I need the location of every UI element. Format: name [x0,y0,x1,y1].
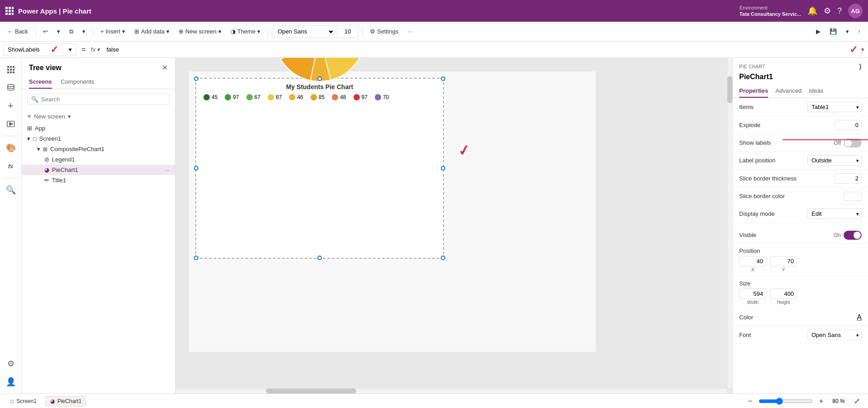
paste-dropdown[interactable]: ▾ [79,26,89,37]
settings-icon-btn[interactable]: ⚙ [3,356,19,372]
position-x-input[interactable] [739,256,766,266]
screen-tab-label: Screen1 [16,398,37,404]
tree-item-app[interactable]: ⊞ App [22,123,175,133]
back-button[interactable]: ← Back [4,26,32,37]
tab-components[interactable]: Components [61,76,94,89]
formula-expand-icon[interactable]: ▾ [861,46,864,53]
position-y-input[interactable] [770,256,797,266]
more-options-button[interactable]: ··· [404,26,416,37]
media-icon-btn[interactable] [3,116,19,132]
display-mode-select[interactable]: Edit [807,209,862,219]
tree-item-title1-label: Title1 [52,177,66,184]
toolbar-sep-2 [93,26,93,37]
legend-dot-8 [375,94,381,100]
publish-button[interactable]: ↑ [854,26,865,37]
statusbar-tab-piechart1[interactable]: ◕ PieChart1 [45,396,86,407]
undo-button[interactable]: ↩ [39,26,52,37]
tree-item-title1[interactable]: ✏ Title1 [22,175,175,185]
rp-tab-ideas[interactable]: Ideas [809,85,823,98]
font-size-input[interactable] [337,25,359,38]
slice-border-color-swatch[interactable] [844,192,862,201]
home-icon-btn[interactable] [3,62,19,78]
add-data-button[interactable]: ⊞ Add data ▾ [131,26,173,37]
avatar[interactable]: AG [848,4,863,18]
formula-input[interactable] [104,45,846,54]
svg-rect-4 [9,10,11,12]
undo-dropdown[interactable]: ▾ [53,26,64,37]
settings-button[interactable]: ⚙ Settings [366,26,402,37]
pos-x-wrap: X [739,256,766,272]
rp-tab-properties[interactable]: Properties [739,85,768,98]
data-icon-btn[interactable] [3,80,19,96]
handle-tl[interactable] [194,76,198,81]
sidebar-close-button[interactable]: ✕ [162,63,168,72]
insert-button[interactable]: + Insert ▾ [97,26,129,37]
composite-icon: ⊞ [43,146,47,152]
right-panel: PIE CHART ⟩ PieChart1 Properties Advance… [732,58,868,394]
rp-row-font: Font Open Sans [733,326,868,344]
fx-button[interactable]: fx ▾ [91,46,100,53]
legend-dot-6 [332,94,338,100]
paint-icon-btn[interactable]: 🎨 [3,140,19,156]
new-screen-btn[interactable]: + New screen ▾ [22,109,175,123]
user-icon-btn[interactable]: 👤 [3,374,19,390]
new-screen-button[interactable]: ⊕ New screen ▾ [175,26,225,37]
handle-ml[interactable] [194,166,198,171]
handle-tr[interactable] [441,76,445,81]
items-select[interactable]: Table1 [807,102,862,112]
chart-container[interactable]: My Students Pie Chart 45 [195,78,444,259]
tree-item-composite[interactable]: ▾ ⊞ CompositePieChart1 [22,144,175,154]
slice-border-thickness-input[interactable] [835,173,862,184]
explode-input[interactable] [835,120,862,130]
zoom-slider[interactable] [759,398,813,405]
horizontal-scrollbar[interactable] [175,388,727,394]
handle-bl[interactable] [194,256,198,260]
save-dropdown[interactable]: ▾ [842,26,853,37]
label-position-select[interactable]: Outside [807,155,862,166]
tree-item-screen1[interactable]: ▾ □ Screen1 [22,133,175,144]
fit-screen-button[interactable]: ⤢ [851,396,863,406]
chart-title: My Students Pie Chart [196,83,443,90]
tree-item-legend1[interactable]: ⊘ Legend1 [22,154,175,165]
chart-legend: 45 97 67 87 [196,90,443,104]
handle-mr[interactable] [441,166,445,171]
font-select[interactable]: Open Sans [272,25,335,38]
show-labels-toggle[interactable] [844,138,862,147]
legend-dot-7 [354,94,360,100]
handle-tm[interactable] [317,76,322,81]
search-icon-btn[interactable]: 🔍 [3,182,19,198]
save-button[interactable]: 💾 [826,26,840,37]
handle-bm[interactable] [317,256,322,260]
vertical-scrollbar[interactable] [727,58,732,388]
plus-icon: + [100,28,104,35]
theme-button[interactable]: ◑ Theme ▾ [227,26,264,37]
piechart-tab-label: PieChart1 [57,398,81,404]
tab-screens[interactable]: Screens [29,76,52,89]
gear-icon[interactable]: ⚙ [824,6,831,16]
handle-br[interactable] [441,256,445,260]
insert-icon-btn[interactable]: + [3,98,19,114]
rp-expand-button[interactable]: ⟩ [859,62,862,71]
rp-row-display-mode: Display mode Edit [733,205,868,223]
legend-item-3: 87 [268,94,282,100]
zoom-out-button[interactable]: − [745,396,755,406]
formula-icon-btn[interactable]: fx [3,158,19,174]
property-dropdown[interactable]: ShowLabels ✓ ▾ [4,43,76,56]
help-icon[interactable]: ? [837,6,842,16]
size-height-input[interactable] [770,289,797,299]
tree-more-btn[interactable]: ··· [165,166,170,173]
visible-toggle[interactable] [844,231,862,240]
zoom-in-button[interactable]: + [816,396,826,406]
slice-border-color-label: Slice border color [739,193,785,199]
statusbar-tab-screen1[interactable]: □ Screen1 [5,396,42,407]
copy-button[interactable]: ⧉ [66,26,77,37]
rp-row-size: Size Width Height [733,276,868,309]
search-input[interactable] [41,96,165,103]
notification-icon[interactable]: 🔔 [807,6,817,16]
font-select-rp[interactable]: Open Sans [807,330,862,340]
size-width-input[interactable] [739,289,766,299]
preview-button[interactable]: ▶ [812,26,824,37]
rp-tab-advanced[interactable]: Advanced [775,85,802,98]
tree-item-piechart1[interactable]: ◕ PieChart1 ··· [22,165,175,175]
waffle-menu[interactable] [5,7,14,15]
